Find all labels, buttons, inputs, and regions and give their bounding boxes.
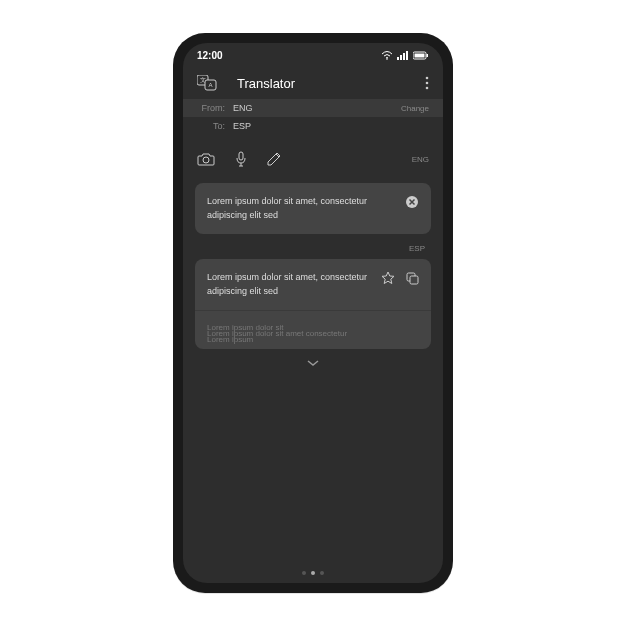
to-label: To: bbox=[197, 121, 225, 131]
battery-icon bbox=[413, 51, 429, 60]
svg-rect-19 bbox=[410, 276, 418, 284]
input-toolbar: ENG bbox=[183, 141, 443, 177]
wifi-icon bbox=[381, 51, 393, 60]
svg-rect-7 bbox=[427, 54, 429, 57]
target-text: Lorem ipsum dolor sit amet, consectetur … bbox=[207, 271, 371, 298]
svg-point-12 bbox=[426, 77, 429, 80]
expand-row bbox=[183, 353, 443, 371]
status-icons bbox=[381, 51, 429, 60]
svg-point-0 bbox=[386, 58, 388, 60]
home-indicator bbox=[302, 571, 324, 575]
phone-frame: 12:00 文A Translator bbox=[173, 33, 453, 593]
status-bar: 12:00 bbox=[183, 43, 443, 67]
svg-rect-16 bbox=[239, 152, 243, 160]
source-text[interactable]: Lorem ipsum dolor sit amet, consectetur … bbox=[207, 195, 395, 222]
change-button[interactable]: Change bbox=[401, 104, 429, 113]
app-title: Translator bbox=[237, 76, 411, 91]
to-value: ESP bbox=[233, 121, 251, 131]
microphone-icon[interactable] bbox=[235, 151, 247, 167]
target-card: Lorem ipsum dolor sit amet, consectetur … bbox=[195, 259, 431, 349]
svg-point-14 bbox=[426, 87, 429, 90]
from-label: From: bbox=[197, 103, 225, 113]
svg-rect-4 bbox=[406, 51, 408, 60]
alternatives-list: Lorem ipsum dolor sit Lorem ipsum dolor … bbox=[195, 311, 431, 349]
chevron-down-icon[interactable] bbox=[306, 359, 320, 367]
target-lang-tag: ESP bbox=[183, 240, 443, 255]
svg-rect-2 bbox=[400, 55, 402, 60]
svg-point-15 bbox=[203, 157, 209, 163]
to-language-row[interactable]: To: ESP bbox=[183, 117, 443, 135]
star-icon[interactable] bbox=[381, 271, 395, 285]
clear-icon[interactable] bbox=[405, 195, 419, 209]
translate-icon: 文A bbox=[197, 75, 217, 91]
app-header: 文A Translator bbox=[183, 67, 443, 99]
pencil-icon[interactable] bbox=[267, 152, 281, 166]
from-language-row[interactable]: From: ENG Change bbox=[183, 99, 443, 117]
svg-point-13 bbox=[426, 82, 429, 85]
source-card[interactable]: Lorem ipsum dolor sit amet, consectetur … bbox=[195, 183, 431, 234]
svg-rect-3 bbox=[403, 53, 405, 60]
from-value: ENG bbox=[233, 103, 253, 113]
svg-rect-6 bbox=[415, 53, 425, 57]
copy-icon[interactable] bbox=[405, 271, 419, 285]
svg-text:A: A bbox=[208, 82, 212, 88]
svg-rect-1 bbox=[397, 57, 399, 60]
screen: 12:00 文A Translator bbox=[183, 43, 443, 583]
status-time: 12:00 bbox=[197, 50, 223, 61]
source-lang-tag: ENG bbox=[412, 155, 429, 164]
signal-icon bbox=[397, 51, 409, 60]
camera-icon[interactable] bbox=[197, 152, 215, 166]
more-icon[interactable] bbox=[425, 76, 429, 90]
